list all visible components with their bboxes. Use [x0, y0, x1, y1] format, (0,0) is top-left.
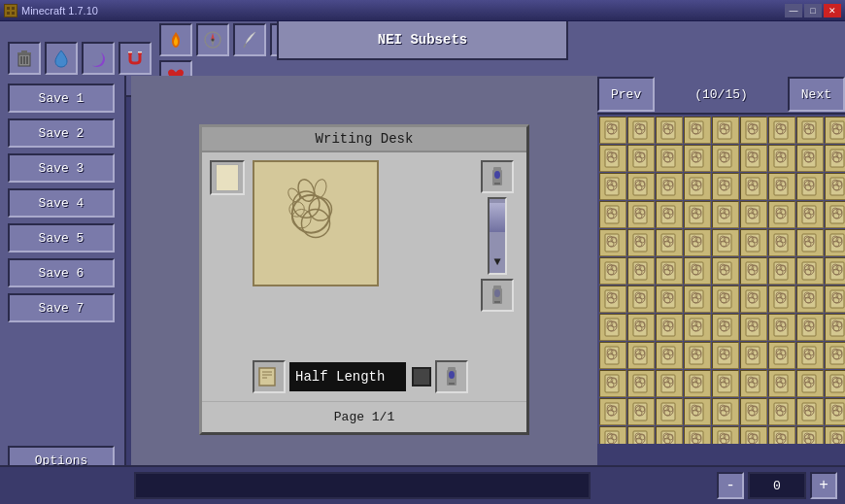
- item-slot[interactable]: [627, 426, 655, 444]
- half-length-ink-slot[interactable]: [435, 360, 468, 393]
- item-slot[interactable]: [684, 201, 711, 228]
- item-slot[interactable]: [684, 145, 711, 172]
- item-slot[interactable]: [656, 173, 683, 200]
- item-slot[interactable]: [656, 426, 683, 444]
- item-slot[interactable]: [825, 117, 845, 144]
- item-slot[interactable]: [768, 370, 795, 397]
- item-slot[interactable]: [656, 342, 683, 369]
- item-slot[interactable]: [656, 370, 683, 397]
- scrollbar-thumb[interactable]: [490, 203, 505, 232]
- scrollbar[interactable]: ▼: [488, 197, 507, 275]
- item-slot[interactable]: [768, 173, 795, 200]
- item-slot[interactable]: [656, 145, 683, 172]
- item-slot[interactable]: [796, 426, 824, 444]
- item-slot[interactable]: [768, 257, 795, 285]
- item-slot[interactable]: [768, 117, 795, 144]
- item-slot[interactable]: [656, 398, 683, 425]
- item-slot[interactable]: [796, 370, 824, 397]
- moon-button[interactable]: [82, 42, 115, 75]
- magnet-button[interactable]: [118, 42, 152, 75]
- close-button[interactable]: ✕: [824, 4, 841, 17]
- item-slot[interactable]: [656, 314, 683, 341]
- item-slot[interactable]: [825, 286, 845, 313]
- item-slot[interactable]: [712, 398, 739, 425]
- item-slot[interactable]: [796, 145, 824, 172]
- save-3-button[interactable]: Save 3: [8, 153, 115, 183]
- minimize-button[interactable]: —: [785, 4, 802, 17]
- save-2-button[interactable]: Save 2: [8, 118, 115, 148]
- item-slot[interactable]: [825, 201, 845, 228]
- item-slot[interactable]: [712, 370, 739, 397]
- item-slot[interactable]: [627, 370, 655, 397]
- item-slot[interactable]: [740, 145, 767, 172]
- item-slot[interactable]: [712, 229, 739, 256]
- item-slot[interactable]: [796, 257, 824, 285]
- save-1-button[interactable]: Save 1: [8, 84, 115, 113]
- item-slot[interactable]: [740, 286, 767, 313]
- item-slot[interactable]: [656, 286, 683, 313]
- item-slot[interactable]: [768, 229, 795, 256]
- item-slot[interactable]: [656, 117, 683, 144]
- item-slot[interactable]: [656, 257, 683, 285]
- item-slot[interactable]: [712, 342, 739, 369]
- item-slot[interactable]: [684, 173, 711, 200]
- item-slot[interactable]: [599, 398, 626, 425]
- feather-button[interactable]: [233, 23, 266, 56]
- item-slot[interactable]: [796, 286, 824, 313]
- item-slot[interactable]: [712, 314, 739, 341]
- item-slot[interactable]: [599, 257, 626, 285]
- next-button[interactable]: Next: [788, 77, 845, 112]
- half-length-icon-slot[interactable]: [253, 360, 286, 393]
- item-slot[interactable]: [796, 117, 824, 144]
- item-slot[interactable]: [712, 145, 739, 172]
- ink-slot-bottom[interactable]: [481, 279, 514, 312]
- item-slot[interactable]: [627, 342, 655, 369]
- half-length-toggle[interactable]: [412, 367, 431, 386]
- item-slot[interactable]: [740, 370, 767, 397]
- item-slot[interactable]: [627, 117, 655, 144]
- item-slot[interactable]: [825, 173, 845, 200]
- item-slot[interactable]: [599, 229, 626, 256]
- item-slot[interactable]: [627, 398, 655, 425]
- item-slot[interactable]: [825, 145, 845, 172]
- fire-button[interactable]: [159, 23, 192, 56]
- increment-button[interactable]: +: [810, 472, 837, 499]
- compass-button[interactable]: [196, 23, 229, 56]
- item-slot[interactable]: [768, 426, 795, 444]
- item-slot[interactable]: [684, 117, 711, 144]
- item-slot[interactable]: [740, 201, 767, 228]
- item-slot[interactable]: [627, 286, 655, 313]
- item-slot[interactable]: [684, 342, 711, 369]
- prev-button[interactable]: Prev: [597, 77, 655, 112]
- decrement-button[interactable]: -: [717, 472, 744, 499]
- search-input[interactable]: [134, 472, 591, 499]
- item-slot[interactable]: [825, 257, 845, 285]
- item-slot[interactable]: [768, 342, 795, 369]
- item-slot[interactable]: [599, 173, 626, 200]
- item-slot[interactable]: [825, 342, 845, 369]
- item-slot[interactable]: [796, 314, 824, 341]
- save-6-button[interactable]: Save 6: [8, 258, 115, 287]
- item-slot[interactable]: [768, 145, 795, 172]
- maximize-button[interactable]: □: [804, 4, 822, 17]
- item-slot[interactable]: [740, 314, 767, 341]
- item-slot[interactable]: [768, 314, 795, 341]
- item-slot[interactable]: [627, 229, 655, 256]
- item-slot[interactable]: [599, 117, 626, 144]
- item-slot[interactable]: [825, 229, 845, 256]
- item-slot[interactable]: [627, 145, 655, 172]
- item-slot[interactable]: [825, 370, 845, 397]
- item-slot[interactable]: [627, 314, 655, 341]
- item-slot[interactable]: [684, 257, 711, 285]
- item-slot[interactable]: [627, 201, 655, 228]
- item-slot[interactable]: [684, 314, 711, 341]
- item-slot[interactable]: [712, 257, 739, 285]
- item-slot[interactable]: [740, 257, 767, 285]
- item-slot[interactable]: [712, 426, 739, 444]
- item-slot[interactable]: [712, 173, 739, 200]
- item-slot[interactable]: [740, 117, 767, 144]
- item-slot[interactable]: [684, 398, 711, 425]
- item-slot[interactable]: [599, 286, 626, 313]
- item-slot[interactable]: [684, 370, 711, 397]
- item-slot[interactable]: [599, 145, 626, 172]
